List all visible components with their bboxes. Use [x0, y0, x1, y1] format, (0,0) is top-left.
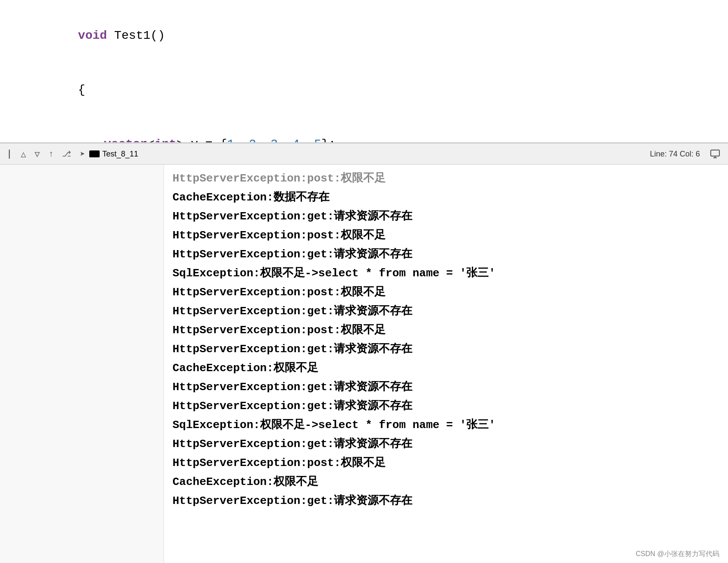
status-bar: | △ ▽ ↑ ⎇ ➤ Test_8_11 Line: 74 Col: 6	[0, 143, 728, 165]
output-line-11: HttpServerException:get:请求资源不存在	[173, 397, 719, 416]
branch-icon[interactable]: ⎇	[62, 149, 71, 159]
output-line-6: HttpServerException:get:请求资源不存在	[173, 302, 719, 321]
screen-icon	[710, 149, 720, 159]
status-icons: | △ ▽ ↑ ⎇ ➤	[6, 149, 85, 160]
output-line-4: SqlException:权限不足->select * from name = …	[173, 264, 719, 283]
navigate-icon[interactable]: ➤	[80, 149, 85, 160]
output-line-13: HttpServerException:get:请求资源不存在	[173, 435, 719, 454]
left-edge-icon: |	[6, 149, 12, 160]
down-arrow-icon[interactable]: ▽	[35, 149, 40, 160]
output-line-14: HttpServerException:post:权限不足	[173, 454, 719, 472]
code-line-2: {	[0, 63, 728, 117]
output-line-10: HttpServerException:get:请求资源不存在	[173, 378, 719, 397]
output-line-8: HttpServerException:get:请求资源不存在	[173, 340, 719, 359]
code-line-1: void Test1()	[0, 9, 728, 63]
code-line-3: vector<int> v = {1, 2, 3, 4, 5};	[0, 117, 728, 142]
main-container: void Test1() { vector<int> v = {1, 2, 3,…	[0, 0, 728, 563]
output-line-12: SqlException:权限不足->select * from name = …	[173, 416, 719, 435]
keyword-void: void	[78, 29, 107, 42]
filename-label: Test_8_11	[102, 150, 138, 159]
output-line-faded: HttpServerException:post:权限不足	[173, 169, 719, 188]
status-end-icon	[709, 149, 722, 159]
code-editor: void Test1() { vector<int> v = {1, 2, 3,…	[0, 0, 728, 142]
output-line-16: HttpServerException:get:请求资源不存在	[173, 491, 719, 510]
output-line-0: CacheException:数据不存在	[173, 188, 719, 207]
output-line-5: HttpServerException:post:权限不足	[173, 283, 719, 302]
status-line-col: Line: 74 Col: 6	[650, 150, 700, 159]
output-line-15: CacheException:权限不足	[173, 472, 719, 491]
status-filename-area: Test_8_11	[89, 150, 138, 159]
output-panel: HttpServerException:post:权限不足 CacheExcep…	[0, 165, 728, 563]
watermark: CSDN @小张在努力写代码	[636, 550, 719, 559]
output-content: HttpServerException:post:权限不足 CacheExcep…	[164, 165, 728, 563]
output-left-margin	[0, 165, 164, 563]
output-line-1: HttpServerException:get:请求资源不存在	[173, 207, 719, 226]
svg-rect-0	[711, 150, 719, 156]
upload-icon[interactable]: ↑	[48, 149, 53, 159]
terminal-icon	[89, 150, 100, 157]
output-line-9: CacheException:权限不足	[173, 359, 719, 378]
output-line-7: HttpServerException:post:权限不足	[173, 321, 719, 340]
output-line-3: HttpServerException:get:请求资源不存在	[173, 245, 719, 264]
up-arrow-icon[interactable]: △	[21, 149, 26, 160]
output-line-2: HttpServerException:post:权限不足	[173, 226, 719, 245]
